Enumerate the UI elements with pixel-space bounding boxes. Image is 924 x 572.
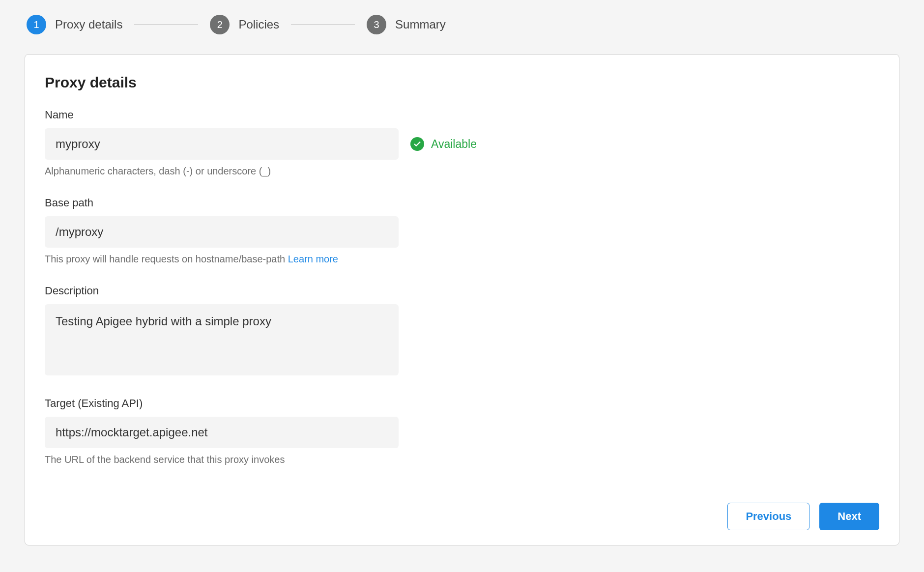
target-input[interactable] <box>45 417 399 448</box>
helper-target: The URL of the backend service that this… <box>45 454 879 465</box>
step-label-summary: Summary <box>395 18 446 31</box>
step-number-3: 3 <box>367 15 386 34</box>
field-name: Name Available Alphanumeric characters, … <box>45 109 879 177</box>
previous-button[interactable]: Previous <box>727 503 809 530</box>
stepper: 1 Proxy details 2 Policies 3 Summary <box>25 15 899 34</box>
form-card: Proxy details Name Available Alphanumeri… <box>25 54 899 545</box>
section-title: Proxy details <box>45 74 879 91</box>
next-button[interactable]: Next <box>819 503 879 530</box>
step-divider <box>291 25 355 25</box>
label-base-path: Base path <box>45 197 879 209</box>
step-label-proxy-details: Proxy details <box>55 18 122 31</box>
learn-more-link[interactable]: Learn more <box>288 254 338 264</box>
step-proxy-details[interactable]: 1 Proxy details <box>27 15 122 34</box>
availability-badge: Available <box>410 137 477 151</box>
page-container: 1 Proxy details 2 Policies 3 Summary Pro… <box>0 0 924 560</box>
step-number-1: 1 <box>27 15 46 34</box>
availability-text: Available <box>431 138 477 151</box>
label-description: Description <box>45 285 879 297</box>
description-input[interactable] <box>45 304 399 375</box>
base-path-input[interactable] <box>45 216 399 248</box>
step-summary[interactable]: 3 Summary <box>367 15 446 34</box>
field-target: Target (Existing API) The URL of the bac… <box>45 397 879 465</box>
label-name: Name <box>45 109 879 121</box>
footer-buttons: Previous Next <box>727 503 879 530</box>
field-description: Description <box>45 285 879 377</box>
helper-base-path: This proxy will handle requests on hostn… <box>45 254 879 265</box>
helper-base-path-text: This proxy will handle requests on hostn… <box>45 254 288 264</box>
step-policies[interactable]: 2 Policies <box>210 15 279 34</box>
step-label-policies: Policies <box>238 18 279 31</box>
helper-name: Alphanumeric characters, dash (-) or und… <box>45 166 879 177</box>
step-number-2: 2 <box>210 15 230 34</box>
name-input[interactable] <box>45 128 399 160</box>
field-base-path: Base path This proxy will handle request… <box>45 197 879 265</box>
label-target: Target (Existing API) <box>45 397 879 410</box>
step-divider <box>134 25 198 25</box>
check-circle-icon <box>410 137 424 151</box>
